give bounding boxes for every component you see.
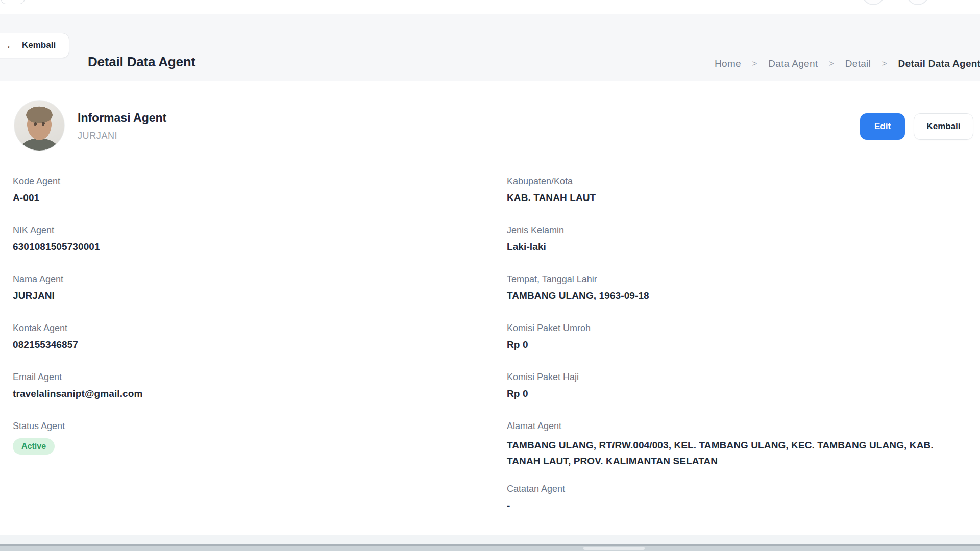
field-label: Kabupaten/Kota: [507, 176, 596, 187]
field-alamat-agent: Alamat Agent TAMBANG ULANG, RT/RW.004/00…: [507, 421, 959, 469]
field-label: Alamat Agent: [507, 421, 959, 432]
field-label: Nama Agent: [13, 274, 63, 285]
breadcrumb-item-home[interactable]: Home: [715, 58, 741, 69]
field-label: Komisi Paket Umroh: [507, 323, 591, 334]
field-value: -: [507, 500, 565, 511]
field-kode-agent: Kode Agent A-001: [13, 176, 60, 204]
field-catatan-agent: Catatan Agent -: [507, 484, 565, 511]
field-label: NIK Agent: [13, 225, 100, 236]
field-label: Kode Agent: [13, 176, 60, 187]
field-value: JURJANI: [13, 290, 63, 302]
field-komisi-paket-haji: Komisi Paket Haji Rp 0: [507, 372, 579, 399]
agent-avatar: [14, 100, 65, 151]
card-subheading: JURJANI: [78, 131, 117, 141]
breadcrumb-separator: >: [752, 59, 757, 68]
breadcrumb: Home > Data Agent > Detail > Detail Data…: [715, 58, 980, 69]
field-nama-agent: Nama Agent JURJANI: [13, 274, 63, 302]
breadcrumb-separator: >: [882, 59, 887, 68]
field-value: 6301081505730001: [13, 241, 100, 253]
field-komisi-paket-umroh: Komisi Paket Umroh Rp 0: [507, 323, 591, 350]
topbar-icon-button-1[interactable]: [862, 0, 885, 5]
breadcrumb-item-data-agent[interactable]: Data Agent: [768, 58, 818, 69]
field-label: Kontak Agent: [13, 323, 78, 334]
card-heading: Informasi Agent: [78, 111, 166, 125]
back-arrow-icon: ←: [6, 40, 16, 51]
scrollbar-thumb[interactable]: [583, 547, 645, 550]
field-email-agent: Email Agent travelalinsanipt@gmail.com: [13, 372, 142, 399]
breadcrumb-item-detail[interactable]: Detail: [845, 58, 871, 69]
agent-detail-card: Informasi Agent JURJANI Edit Kembali Kod…: [0, 81, 980, 535]
field-value: KAB. TANAH LAUT: [507, 192, 596, 204]
field-value: TAMBANG ULANG, 1963-09-18: [507, 290, 649, 302]
field-value: Rp 0: [507, 388, 579, 399]
kembali-button[interactable]: Kembali: [914, 113, 973, 140]
page-header: ← Kembali Detail Data Agent Home > Data …: [0, 14, 980, 81]
breadcrumb-separator: >: [829, 59, 834, 68]
field-kontak-agent: Kontak Agent 082155346857: [13, 323, 78, 350]
field-status-agent: Status Agent Active: [13, 421, 65, 455]
field-label: Catatan Agent: [507, 484, 565, 494]
field-label: Komisi Paket Haji: [507, 372, 579, 383]
field-value: 082155346857: [13, 339, 78, 350]
status-badge: Active: [13, 438, 55, 455]
field-label: Tempat, Tanggal Lahir: [507, 274, 649, 285]
field-value: travelalinsanipt@gmail.com: [13, 388, 142, 399]
field-jenis-kelamin: Jenis Kelamin Laki-laki: [507, 225, 564, 253]
topbar-icon-button-2[interactable]: [906, 0, 929, 5]
field-nik-agent: NIK Agent 6301081505730001: [13, 225, 100, 253]
field-value: Rp 0: [507, 339, 591, 350]
breadcrumb-current: Detail Data Agent: [898, 58, 980, 69]
field-kabupaten-kota: Kabupaten/Kota KAB. TANAH LAUT: [507, 176, 596, 204]
topbar-clipped-button[interactable]: [1, 0, 24, 4]
back-button-label: Kembali: [22, 40, 56, 51]
field-label: Email Agent: [13, 372, 142, 383]
field-value: A-001: [13, 192, 60, 204]
edit-button[interactable]: Edit: [860, 113, 905, 140]
field-label: Jenis Kelamin: [507, 225, 564, 236]
horizontal-scrollbar[interactable]: [0, 546, 980, 551]
topbar: [0, 0, 980, 14]
field-value: Laki-laki: [507, 241, 564, 253]
field-tempat-tanggal-lahir: Tempat, Tanggal Lahir TAMBANG ULANG, 196…: [507, 274, 649, 302]
page-title: Detail Data Agent: [88, 54, 195, 70]
back-button[interactable]: ← Kembali: [0, 33, 69, 58]
field-value: TAMBANG ULANG, RT/RW.004/003, KEL. TAMBA…: [507, 437, 959, 469]
bottom-strip: [0, 535, 980, 544]
field-label: Status Agent: [13, 421, 65, 432]
